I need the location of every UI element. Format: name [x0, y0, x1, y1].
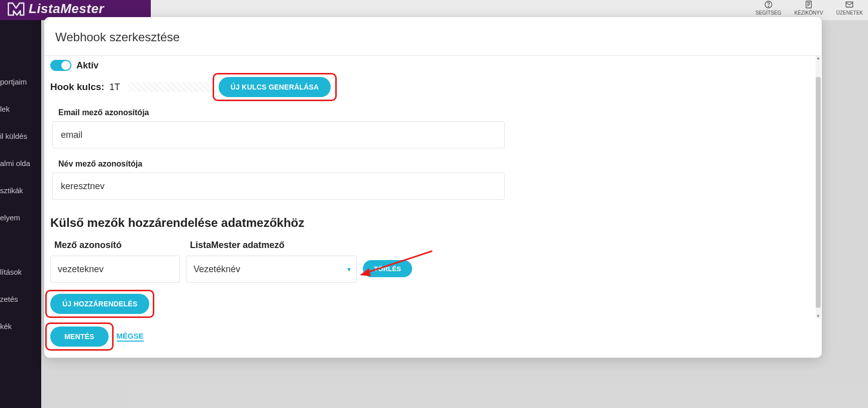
mapping-id-input[interactable] [50, 256, 180, 283]
hook-key-blurred [128, 82, 214, 92]
modal-title: Webhook szerkesztése [55, 30, 807, 44]
name-field-id-label: Név mező azonosítója [58, 159, 811, 169]
generate-key-button[interactable]: ÚJ KULCS GENERÁLÁSA [219, 77, 331, 97]
active-toggle[interactable] [50, 60, 71, 71]
scroll-up-icon: ▲ [816, 56, 821, 60]
name-field-id-input[interactable] [52, 173, 505, 200]
mapping-target-select[interactable] [186, 256, 357, 283]
scroll-thumb[interactable] [816, 77, 821, 308]
hook-key-label: Hook kulcs: [50, 81, 105, 93]
email-field-id-input[interactable] [52, 121, 505, 148]
mapping-col-id-label: Mező azonosító [54, 240, 180, 251]
mapping-col-target-label: ListaMester adatmező [190, 240, 357, 251]
email-field-id-label: Email mező azonosítója [58, 108, 811, 117]
modal-footer: MENTÉS MÉGSE [44, 318, 822, 358]
cancel-link[interactable]: MÉGSE [117, 332, 144, 342]
modal-body: ▲ ▼ Aktív Hook kulcs: 1T ÚJ KULCS GENERÁ… [44, 56, 822, 318]
save-button[interactable]: MENTÉS [50, 327, 109, 347]
webhook-edit-modal: Webhook szerkesztése ▲ ▼ Aktív Hook kulc… [44, 17, 822, 358]
mapping-row: Mező azonosító ListaMester adatmező ▾ TÖ… [50, 240, 811, 283]
mapping-section-heading: Külső mezők hozzárendelése adatmezőkhöz [50, 216, 811, 230]
hook-key-value: 1T [110, 82, 123, 93]
delete-mapping-button[interactable]: TÖRLÉS [363, 260, 412, 277]
new-mapping-button[interactable]: ÚJ HOZZÁRENDELÉS [50, 294, 149, 314]
scrollbar[interactable]: ▲ ▼ [816, 56, 821, 318]
modal-header: Webhook szerkesztése [44, 17, 822, 56]
scroll-down-icon: ▼ [816, 314, 821, 318]
active-toggle-label: Aktív [76, 60, 99, 71]
